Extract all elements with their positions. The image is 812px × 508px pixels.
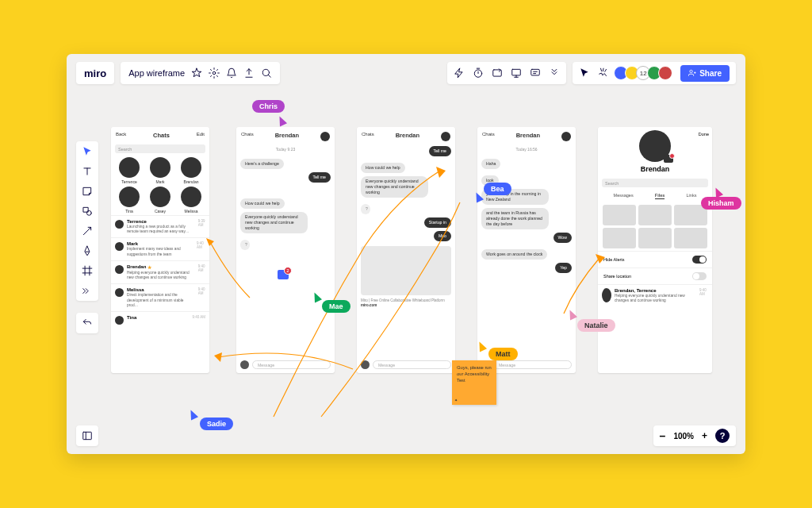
link-preview — [361, 246, 451, 295]
pen-tool-icon[interactable] — [82, 245, 93, 256]
wireframe-chat-1[interactable]: ChatsBrendan Today 9:23 Here's a challen… — [236, 127, 335, 373]
minimap-button[interactable] — [76, 425, 98, 446]
undo-button[interactable] — [76, 313, 98, 333]
cursor-label-hisham: Hisham — [701, 197, 741, 210]
zoom-level[interactable]: 100% — [673, 432, 694, 441]
side-toolbar — [76, 141, 98, 301]
svg-point-7 — [86, 210, 91, 215]
sticky-tool-icon[interactable] — [82, 186, 93, 197]
sticky-note[interactable]: Guys, please run our Accessibility Test — [452, 360, 496, 405]
cursor-label-matt: Matt — [488, 348, 518, 360]
cursor-matt-icon — [476, 340, 487, 352]
frame-tool-icon[interactable] — [82, 265, 93, 276]
embed-icon[interactable] — [492, 67, 503, 79]
cursor-natalie-icon — [566, 308, 577, 320]
comment-icon[interactable] — [530, 67, 541, 79]
undo-icon — [82, 318, 93, 329]
shape-tool-icon[interactable] — [82, 206, 93, 217]
comment-thread-icon[interactable] — [278, 270, 289, 279]
collab-group: 12 Share — [573, 62, 736, 84]
miro-logo[interactable]: miro — [76, 62, 114, 84]
canvas[interactable]: BackChatsEdit Search Terrence Mark Brend… — [111, 119, 733, 405]
cursor-sadie-icon — [187, 408, 198, 420]
message-badge-icon — [664, 155, 673, 163]
select-tool-icon[interactable] — [82, 146, 93, 157]
lightning-icon[interactable] — [454, 67, 465, 79]
toggle-share-location — [692, 272, 707, 280]
zoom-out[interactable]: – — [660, 429, 666, 442]
wireframe-profile[interactable]: Done Brendan Search MessagesFilesLinks H… — [598, 127, 712, 373]
board-title-bar[interactable]: App wireframe — [121, 62, 280, 84]
svg-rect-8 — [83, 432, 92, 439]
cursor-label-bea: Bea — [484, 183, 511, 195]
toggle-hide-alerts — [692, 256, 707, 264]
wireframe-chat-3[interactable]: ChatsBrendan Today 16:56 Haha look you w… — [477, 127, 576, 373]
export-icon[interactable] — [243, 67, 255, 79]
help-button[interactable]: ? — [715, 429, 730, 443]
cursor-label-mae: Mae — [322, 300, 350, 313]
cursor-label-sadie: Sadie — [200, 418, 233, 430]
gear-icon[interactable] — [209, 67, 220, 79]
share-button[interactable]: Share — [680, 65, 730, 82]
wireframe-chats-list[interactable]: BackChatsEdit Search Terrence Mark Brend… — [111, 127, 209, 373]
cursor-icon[interactable] — [579, 67, 590, 79]
present-icon[interactable] — [511, 67, 522, 79]
board-title: App wireframe — [128, 68, 185, 78]
more-tools-icon[interactable] — [82, 285, 93, 296]
reactions-icon[interactable] — [598, 67, 609, 79]
wireframe-chat-2[interactable]: ChatsBrendan Tell me How could we help E… — [357, 127, 455, 373]
cursor-bea-icon — [473, 190, 484, 202]
cursor-mae-icon — [311, 291, 322, 302]
sidebar-icon — [82, 430, 93, 441]
cursor-chris-icon — [276, 114, 287, 126]
cursor-label-natalie: Natalie — [577, 319, 615, 332]
actions-group — [447, 62, 566, 84]
search-field: Search — [115, 144, 205, 153]
star-icon: ★ — [147, 264, 151, 270]
more-icon[interactable] — [549, 67, 560, 79]
arrow-tool-icon[interactable] — [82, 225, 93, 237]
svg-rect-5 — [531, 69, 540, 75]
star-icon[interactable] — [191, 67, 202, 79]
svg-marker-11 — [214, 352, 222, 362]
cursor-label-chris: Chris — [252, 100, 285, 113]
bell-icon[interactable] — [226, 67, 237, 79]
svg-rect-4 — [512, 69, 521, 75]
zoom-in[interactable]: + — [702, 430, 707, 441]
collaborator-avatars[interactable]: 12 — [617, 66, 672, 80]
zoom-controls: – 100% + ? — [653, 425, 736, 446]
search-icon[interactable] — [261, 67, 272, 79]
timer-icon[interactable] — [473, 67, 484, 79]
svg-point-0 — [213, 71, 216, 75]
text-tool-icon[interactable] — [82, 166, 93, 177]
